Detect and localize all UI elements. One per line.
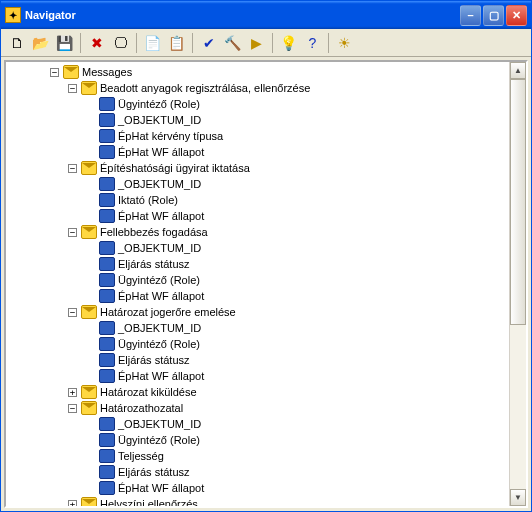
tree-node-label: _OBJEKTUM_ID [118,416,201,432]
tree-node-label: Ügyintéző (Role) [118,272,200,288]
message-icon [81,401,97,415]
tree-node-label: ÉpHat WF állapot [118,368,204,384]
maximize-button[interactable]: ▢ [483,5,504,26]
tree-node[interactable]: ÉpHat WF állapot [10,368,509,384]
scroll-down-button[interactable]: ▼ [510,489,526,506]
tree-node[interactable]: −Messages [10,64,509,80]
attribute-icon [99,177,115,191]
new-button[interactable]: 🗋 [5,32,28,54]
tree-node-label: ÉpHat WF állapot [118,480,204,496]
tree-node[interactable]: Ügyintéző (Role) [10,432,509,448]
tree-node-label: Határozat jogerőre emelése [100,304,236,320]
scroll-up-button[interactable]: ▲ [510,62,526,79]
copy-button[interactable]: 📄 [141,32,164,54]
tree-node[interactable]: ÉpHat WF állapot [10,144,509,160]
message-icon [81,497,97,506]
tree-node[interactable]: _OBJEKTUM_ID [10,176,509,192]
tree-node-label: Eljárás státusz [118,464,190,480]
tree-node[interactable]: −Beadott anyagok regisztrálása, ellenőrz… [10,80,509,96]
scroll-track[interactable] [510,79,526,489]
tree-node[interactable]: −Építéshatósági ügyirat iktatása [10,160,509,176]
expand-icon[interactable]: + [68,388,77,397]
collapse-icon[interactable]: − [68,228,77,237]
tree-node[interactable]: +Határozat kiküldése [10,384,509,400]
tree-node-label: Határozathozatal [100,400,183,416]
collapse-icon[interactable]: − [68,308,77,317]
vertical-scrollbar[interactable]: ▲ ▼ [509,62,526,506]
tree-node[interactable]: −Fellebbezés fogadása [10,224,509,240]
expand-icon[interactable]: + [68,500,77,507]
scroll-thumb[interactable] [510,79,526,325]
toolbar-separator [192,33,193,53]
attribute-icon [99,241,115,255]
tree-node[interactable]: −Határozat jogerőre emelése [10,304,509,320]
open-button[interactable]: 📂 [29,32,52,54]
message-icon [81,385,97,399]
delete-button[interactable]: ✖ [85,32,108,54]
collapse-icon[interactable]: − [68,84,77,93]
tree-node-label: Helyszíni ellenőrzés [100,496,198,506]
screen-button[interactable]: 🖵 [109,32,132,54]
message-icon [81,81,97,95]
attribute-icon [99,145,115,159]
message-icon [81,305,97,319]
toolbar-separator [80,33,81,53]
tree-node-label: Iktató (Role) [118,192,178,208]
collapse-icon[interactable]: − [68,404,77,413]
tree-node-label: Eljárás státusz [118,352,190,368]
tree-node-label: Messages [82,64,132,80]
sun-button[interactable]: ☀ [333,32,356,54]
tree-node[interactable]: Ügyintéző (Role) [10,336,509,352]
collapse-icon[interactable]: − [50,68,59,77]
attribute-icon [99,129,115,143]
app-icon: ✦ [5,7,21,23]
navigator-window: ✦ Navigator – ▢ ✕ 🗋📂💾✖🖵📄📋✔🔨▶💡?☀ −Message… [0,0,532,512]
tree-node[interactable]: Ügyintéző (Role) [10,272,509,288]
attribute-icon [99,193,115,207]
tree-node-label: Fellebbezés fogadása [100,224,208,240]
idea-button[interactable]: 💡 [277,32,300,54]
tree-node[interactable]: _OBJEKTUM_ID [10,240,509,256]
tree-node-label: _OBJEKTUM_ID [118,320,201,336]
close-button[interactable]: ✕ [506,5,527,26]
tree-node[interactable]: Teljesség [10,448,509,464]
tree-node[interactable]: ÉpHat WF állapot [10,208,509,224]
run-button[interactable]: ▶ [245,32,268,54]
attribute-icon [99,465,115,479]
tree-node[interactable]: _OBJEKTUM_ID [10,112,509,128]
tree-node[interactable]: −Határozathozatal [10,400,509,416]
tree-node[interactable]: _OBJEKTUM_ID [10,320,509,336]
tree-node[interactable]: Iktató (Role) [10,192,509,208]
help-button[interactable]: ? [301,32,324,54]
save-button[interactable]: 💾 [53,32,76,54]
check-button[interactable]: ✔ [197,32,220,54]
tree-node[interactable]: Eljárás státusz [10,464,509,480]
tree-node-label: _OBJEKTUM_ID [118,112,201,128]
toolbar-separator [328,33,329,53]
tree-node[interactable]: _OBJEKTUM_ID [10,416,509,432]
tree-node-label: ÉpHat WF állapot [118,208,204,224]
build-button[interactable]: 🔨 [221,32,244,54]
attribute-icon [99,257,115,271]
tree-node[interactable]: +Helyszíni ellenőrzés [10,496,509,506]
tree-node-label: _OBJEKTUM_ID [118,176,201,192]
paste-button[interactable]: 📋 [165,32,188,54]
tree-node[interactable]: ÉpHat kérvény típusa [10,128,509,144]
content-panel: −Messages−Beadott anyagok regisztrálása,… [4,60,528,508]
tree-node-label: ÉpHat WF állapot [118,144,204,160]
tree-node[interactable]: Ügyintéző (Role) [10,96,509,112]
tree-node[interactable]: Eljárás státusz [10,256,509,272]
attribute-icon [99,289,115,303]
message-icon [63,65,79,79]
tree-node[interactable]: ÉpHat WF állapot [10,480,509,496]
collapse-icon[interactable]: − [68,164,77,173]
tree-view[interactable]: −Messages−Beadott anyagok regisztrálása,… [6,62,509,506]
attribute-icon [99,369,115,383]
minimize-button[interactable]: – [460,5,481,26]
titlebar[interactable]: ✦ Navigator – ▢ ✕ [1,1,531,29]
message-icon [81,225,97,239]
tree-node[interactable]: ÉpHat WF állapot [10,288,509,304]
tree-node[interactable]: Eljárás státusz [10,352,509,368]
message-icon [81,161,97,175]
tree-node-label: Eljárás státusz [118,256,190,272]
